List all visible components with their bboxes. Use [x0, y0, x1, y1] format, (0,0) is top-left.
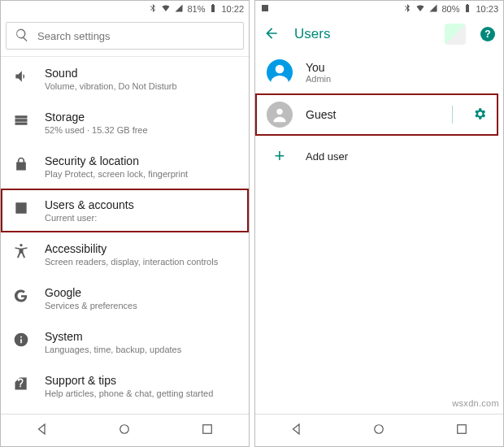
- watermark: wsxdn.com: [452, 398, 499, 408]
- nav-bar: [1, 414, 249, 446]
- row-subtitle: Current user:: [45, 213, 237, 223]
- row-title: Support & tips: [45, 374, 237, 387]
- brand-logo: [445, 24, 466, 45]
- add-user-label: Add user: [306, 150, 348, 163]
- info-icon: [12, 330, 30, 348]
- person-box-icon: [12, 198, 30, 216]
- battery-percent: 80%: [441, 4, 459, 14]
- nav-recents-icon[interactable]: [454, 422, 469, 439]
- svg-point-6: [375, 425, 384, 434]
- svg-rect-1: [203, 425, 212, 434]
- bluetooth-icon: [402, 3, 412, 15]
- nav-home-icon[interactable]: [371, 422, 386, 439]
- avatar-guest: [267, 102, 293, 128]
- clock: 10:23: [476, 4, 498, 14]
- search-input[interactable]: Search settings: [6, 22, 244, 50]
- nav-back-icon[interactable]: [35, 422, 50, 439]
- user-row-guest[interactable]: Guest: [255, 93, 498, 136]
- search-placeholder: Search settings: [37, 30, 111, 42]
- row-title: Accessibility: [45, 242, 237, 255]
- nav-bar: [255, 414, 503, 446]
- settings-row-sound[interactable]: Sound Volume, vibration, Do Not Disturb: [1, 57, 249, 101]
- row-subtitle: Play Protect, screen lock, fingerprint: [45, 169, 237, 179]
- wifi-icon: [415, 3, 425, 15]
- divider: [452, 106, 453, 124]
- row-title: Google: [45, 286, 237, 299]
- volume-icon: [12, 67, 30, 85]
- battery-icon: [463, 3, 472, 15]
- svg-point-0: [120, 425, 129, 434]
- settings-row-security[interactable]: Security & location Play Protect, screen…: [1, 145, 249, 189]
- signal-icon: [174, 3, 184, 15]
- svg-rect-2: [262, 5, 268, 11]
- status-bar: 81% 10:22: [1, 1, 249, 17]
- row-subtitle: Languages, time, backup, updates: [45, 345, 237, 354]
- users-list: You Admin Guest + Add user: [255, 51, 503, 295]
- user-row-you[interactable]: You Admin: [255, 51, 503, 93]
- users-screen: 80% 10:23 Users ? You Admin Guest: [254, 0, 504, 447]
- battery-icon: [208, 3, 218, 15]
- svg-point-4: [276, 65, 285, 74]
- row-title: System: [45, 330, 237, 343]
- avatar-you: [267, 59, 293, 85]
- settings-list: Sound Volume, vibration, Do Not Disturb …: [1, 57, 249, 414]
- row-title: Users & accounts: [45, 198, 237, 211]
- app-bar: Users ?: [255, 17, 503, 51]
- nav-home-icon[interactable]: [117, 422, 132, 439]
- plus-icon: +: [267, 145, 293, 167]
- settings-screen: 81% 10:22 Search settings Sound Volume, …: [0, 0, 250, 447]
- row-title: Sound: [45, 67, 237, 80]
- accessibility-icon: [12, 242, 30, 260]
- user-title: You: [306, 61, 492, 74]
- settings-row-accessibility[interactable]: Accessibility Screen readers, display, i…: [1, 232, 249, 276]
- screenshot-icon: [260, 3, 270, 15]
- row-title: Storage: [45, 111, 237, 124]
- lock-icon: [12, 154, 30, 172]
- bluetooth-icon: [148, 3, 158, 15]
- google-icon: [12, 286, 30, 304]
- help-tag-icon: [12, 374, 30, 392]
- svg-point-5: [276, 109, 282, 115]
- wifi-icon: [161, 3, 171, 15]
- battery-percent: 81%: [187, 4, 205, 14]
- nav-recents-icon[interactable]: [200, 422, 215, 439]
- nav-back-icon[interactable]: [289, 422, 304, 439]
- user-title: Guest: [306, 108, 439, 121]
- settings-row-users-accounts[interactable]: Users & accounts Current user:: [1, 189, 249, 232]
- settings-row-system[interactable]: System Languages, time, backup, updates: [1, 320, 249, 364]
- search-icon: [15, 28, 29, 45]
- storage-icon: [12, 111, 30, 128]
- back-icon[interactable]: [263, 25, 280, 44]
- row-subtitle: Services & preferences: [45, 301, 237, 310]
- status-bar: 80% 10:23: [255, 1, 503, 17]
- signal-icon: [428, 3, 438, 15]
- clock: 10:22: [221, 4, 244, 14]
- guest-settings-button[interactable]: [472, 106, 487, 124]
- row-title: Security & location: [45, 154, 237, 167]
- user-subtitle: Admin: [306, 74, 492, 84]
- row-subtitle: Help articles, phone & chat, getting sta…: [45, 388, 237, 398]
- settings-row-google[interactable]: Google Services & preferences: [1, 276, 249, 320]
- help-icon[interactable]: ?: [480, 27, 495, 41]
- svg-rect-7: [458, 425, 467, 434]
- row-subtitle: Volume, vibration, Do Not Disturb: [45, 81, 237, 91]
- row-subtitle: 52% used · 15.32 GB free: [45, 125, 237, 135]
- settings-row-support[interactable]: Support & tips Help articles, phone & ch…: [1, 364, 249, 408]
- settings-row-storage[interactable]: Storage 52% used · 15.32 GB free: [1, 101, 249, 145]
- row-subtitle: Screen readers, display, interaction con…: [45, 257, 237, 267]
- add-user-row[interactable]: + Add user: [255, 136, 503, 176]
- page-title: Users: [294, 26, 330, 42]
- search-bar-container: Search settings: [1, 17, 249, 57]
